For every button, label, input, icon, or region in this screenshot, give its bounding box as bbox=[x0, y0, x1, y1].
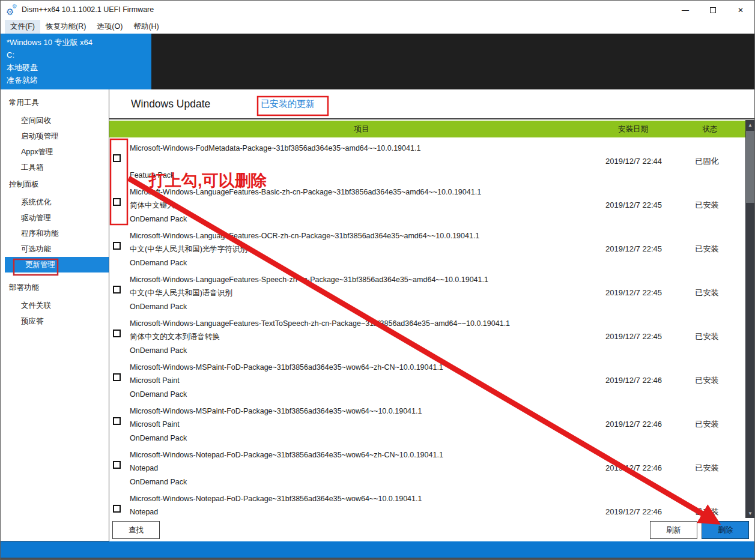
install-date: 2019/12/7 22:46 bbox=[530, 505, 662, 519]
app-window: ⚙ ⚙ Dism++x64 10.1.1002.1 UEFI Firmware … bbox=[0, 0, 755, 560]
sidebar-item-系统优化[interactable]: 系统优化 bbox=[1, 194, 109, 210]
sidebar-item-工具箱[interactable]: 工具箱 bbox=[1, 160, 109, 175]
status-text: 已安装 bbox=[674, 242, 740, 256]
status-text: 已安装 bbox=[674, 199, 740, 212]
install-date: 2019/12/7 22:45 bbox=[530, 330, 662, 343]
package-name: Microsoft-Windows-LanguageFeatures-Speec… bbox=[130, 273, 488, 286]
package-type: OnDemand Pack bbox=[130, 475, 187, 489]
sidebar-item-程序和功能[interactable]: 程序和功能 bbox=[1, 226, 109, 241]
table-header: 项目 安装日期 状态 bbox=[109, 121, 745, 137]
session-tab-selected[interactable]: *Windows 10 专业版 x64C:本地硬盘准备就绪 bbox=[1, 34, 151, 89]
status-text: 已安装 bbox=[674, 462, 740, 475]
table-row: Microsoft-Windows-LanguageFeatures-Speec… bbox=[109, 269, 745, 313]
minimize-icon[interactable]: — bbox=[672, 1, 699, 19]
installed-updates-link[interactable]: 已安装的更新 bbox=[261, 89, 315, 119]
sidebar-item-可选功能[interactable]: 可选功能 bbox=[1, 241, 109, 257]
package-type: OnDemand Pack bbox=[130, 300, 187, 313]
table-row: Microsoft-Windows-LanguageFeatures-OCR-z… bbox=[109, 225, 745, 269]
status-text: 已安装 bbox=[674, 330, 740, 343]
sidebar-item-预应答[interactable]: 预应答 bbox=[1, 313, 109, 329]
vertical-scrollbar[interactable]: ▲ ▼ bbox=[745, 120, 755, 518]
sidebar-nav: 常用工具空间回收启动项管理Appx管理工具箱控制面板系统优化驱动管理程序和功能可… bbox=[1, 89, 109, 541]
row-checkbox[interactable] bbox=[113, 154, 121, 162]
package-description: Microsoft Paint bbox=[130, 374, 180, 387]
package-description: Microsoft Paint bbox=[130, 418, 180, 431]
package-name: Microsoft-Windows-LanguageFeatures-Basic… bbox=[130, 185, 481, 199]
sidebar-item-空间回收[interactable]: 空间回收 bbox=[1, 113, 109, 128]
find-button[interactable]: 查找 bbox=[112, 521, 160, 539]
delete-button[interactable]: 删除 bbox=[702, 521, 749, 539]
row-checkbox[interactable] bbox=[113, 417, 121, 425]
row-checkbox[interactable] bbox=[113, 242, 121, 250]
close-icon[interactable]: ✕ bbox=[727, 1, 754, 19]
window-title: Dism++x64 10.1.1002.1 UEFI Firmware bbox=[22, 1, 154, 19]
status-text: 已固化 bbox=[674, 155, 740, 168]
window-controls: — ✕ bbox=[672, 1, 754, 19]
maximize-icon[interactable] bbox=[699, 1, 727, 19]
table-row: Microsoft-Windows-Notepad-FoD-Package~31… bbox=[109, 444, 745, 488]
package-name: Microsoft-Windows-LanguageFeatures-TextT… bbox=[130, 317, 510, 330]
banner-line: *Windows 10 专业版 x64 bbox=[7, 36, 151, 49]
menu-item[interactable]: 恢复功能(R) bbox=[40, 20, 91, 34]
row-checkbox[interactable] bbox=[113, 286, 121, 294]
package-name: Microsoft-Windows-FodMetadata-Package~31… bbox=[130, 142, 420, 155]
install-date: 2019/12/7 22:46 bbox=[530, 374, 662, 387]
row-checkbox[interactable] bbox=[113, 505, 121, 513]
menu-item[interactable]: 文件(F) bbox=[5, 20, 40, 34]
scroll-down-icon[interactable]: ▼ bbox=[745, 508, 755, 518]
column-header-item: 项目 bbox=[109, 121, 614, 137]
table-row: Microsoft-Windows-Notepad-FoD-Package~31… bbox=[109, 488, 745, 520]
sidebar-item-更新管理[interactable]: 更新管理 bbox=[5, 257, 109, 272]
sidebar-item-Appx管理[interactable]: Appx管理 bbox=[1, 144, 109, 160]
row-checkbox[interactable] bbox=[113, 373, 121, 381]
table-row: Microsoft-Windows-LanguageFeatures-TextT… bbox=[109, 313, 745, 357]
install-date: 2019/12/7 22:44 bbox=[530, 155, 662, 168]
sidebar-item-文件关联[interactable]: 文件关联 bbox=[1, 298, 109, 313]
table-row: Microsoft-Windows-FodMetadata-Package~31… bbox=[109, 137, 745, 181]
sidebar-group-header: 控制面板 bbox=[1, 176, 109, 192]
install-date: 2019/12/7 22:45 bbox=[530, 242, 662, 256]
update-list: Microsoft-Windows-FodMetadata-Package~31… bbox=[109, 137, 745, 520]
package-name: Microsoft-Windows-MSPaint-FoD-Package~31… bbox=[130, 405, 422, 418]
status-text: 已安装 bbox=[674, 286, 740, 300]
table-row: Microsoft-Windows-MSPaint-FoD-Package~31… bbox=[109, 357, 745, 400]
menu-item[interactable]: 帮助(H) bbox=[128, 20, 164, 34]
install-date: 2019/12/7 22:45 bbox=[530, 199, 662, 212]
row-checkbox[interactable] bbox=[113, 198, 121, 206]
package-type: Feature Pack bbox=[130, 169, 174, 182]
table-row: Microsoft-Windows-MSPaint-FoD-Package~31… bbox=[109, 400, 745, 444]
package-type: OnDemand Pack bbox=[130, 256, 187, 269]
refresh-button[interactable]: 刷新 bbox=[650, 521, 697, 539]
row-checkbox[interactable] bbox=[113, 330, 121, 337]
package-description: 简体中文键入 bbox=[130, 199, 175, 212]
sidebar-item-驱动管理[interactable]: 驱动管理 bbox=[1, 210, 109, 226]
package-description: Notepad bbox=[130, 462, 158, 475]
status-text: 已安装 bbox=[674, 418, 740, 431]
package-type: OnDemand Pack bbox=[130, 388, 187, 401]
install-date: 2019/12/7 22:46 bbox=[530, 462, 662, 475]
package-name: Microsoft-Windows-MSPaint-FoD-Package~31… bbox=[130, 361, 443, 374]
menu-item[interactable]: 选项(O) bbox=[91, 20, 128, 34]
package-type: OnDemand Pack bbox=[130, 432, 187, 445]
scrollbar-thumb[interactable] bbox=[746, 131, 754, 203]
package-type: OnDemand Pack bbox=[130, 344, 187, 357]
window-bottom-edge bbox=[1, 558, 754, 560]
sidebar-item-启动项管理[interactable]: 启动项管理 bbox=[1, 128, 109, 144]
package-description: 简体中文的文本到语音转换 bbox=[130, 330, 220, 343]
status-text: 已安装 bbox=[674, 374, 740, 387]
status-bar bbox=[1, 541, 754, 558]
app-gears-icon: ⚙ ⚙ bbox=[6, 4, 19, 17]
install-date: 2019/12/7 22:45 bbox=[530, 286, 662, 300]
content-area: Windows Update 已安装的更新 项目 安装日期 状态 Microso… bbox=[109, 89, 755, 541]
menu-bar: 文件(F)恢复功能(R)选项(O)帮助(H) bbox=[1, 19, 754, 34]
scroll-up-icon[interactable]: ▲ bbox=[745, 120, 755, 130]
package-name: Microsoft-Windows-LanguageFeatures-OCR-z… bbox=[130, 229, 479, 242]
column-header-status: 状态 bbox=[650, 121, 755, 137]
sidebar-group-header: 部署功能 bbox=[1, 280, 109, 295]
row-checkbox[interactable] bbox=[113, 461, 121, 469]
content-header: Windows Update 已安装的更新 bbox=[109, 89, 755, 119]
banner-line: 准备就绪 bbox=[7, 74, 151, 86]
page-title: Windows Update bbox=[131, 89, 210, 119]
package-name: Microsoft-Windows-Notepad-FoD-Package~31… bbox=[130, 492, 422, 505]
banner-line: 本地硬盘 bbox=[7, 61, 151, 74]
